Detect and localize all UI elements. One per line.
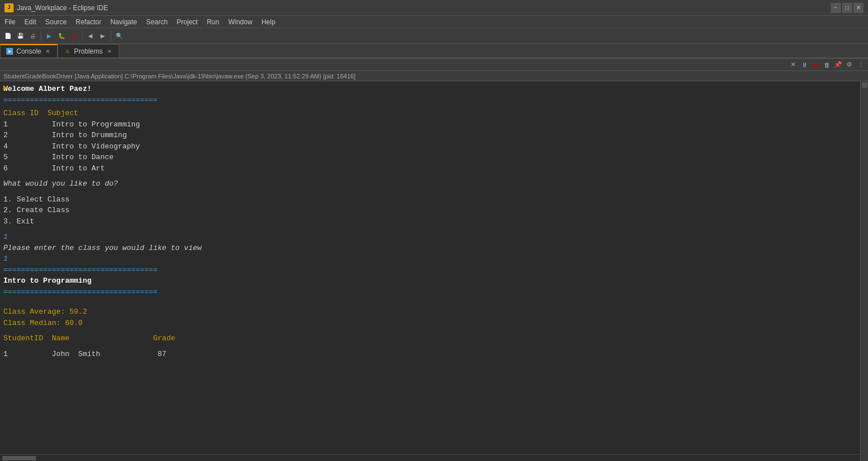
horizontal-scrollbar[interactable]	[0, 454, 860, 461]
toolbar-stop[interactable]: ■	[68, 30, 80, 42]
toolbar-run[interactable]: ▶	[43, 30, 55, 42]
maximize-button[interactable]: □	[842, 3, 852, 13]
class-row-6: 6 Intro to Art	[3, 163, 857, 174]
menu-file[interactable]: File	[0, 16, 20, 28]
option-2: 2. Create Class	[3, 205, 857, 216]
student-header: StudentID Name Grade	[3, 333, 857, 344]
class-median: Class Median: 60.0	[3, 318, 857, 329]
toolbar-separator-1	[41, 31, 41, 41]
menu-source[interactable]: Source	[41, 16, 71, 28]
console-pin-btn[interactable]: 📌	[833, 60, 843, 70]
class-row-2: 2 Intro to Drumming	[3, 130, 857, 141]
separator-1: ===================================	[3, 95, 857, 106]
console-output[interactable]: ▶ Welcome Albert Paez! =================…	[0, 81, 860, 454]
welcome-line: Welcome Albert Paez!	[3, 84, 857, 95]
user-input-2: 1	[3, 253, 857, 265]
console-terminate-btn[interactable]: ■	[810, 60, 821, 70]
h-scrollbar-thumb[interactable]	[2, 456, 36, 460]
console-clear-btn[interactable]: ✕	[788, 60, 798, 70]
problems-tab-close[interactable]: ✕	[106, 48, 113, 55]
menu-refactor[interactable]: Refactor	[71, 16, 106, 28]
console-status-text: StudentGradeBookDriver [Java Application…	[3, 73, 356, 80]
menu-run[interactable]: Run	[202, 16, 224, 28]
minimize-button[interactable]: −	[831, 3, 841, 13]
scroll-up-btn[interactable]	[862, 82, 867, 88]
window-title: Java_Workplace - Eclipse IDE	[17, 4, 108, 12]
class-row-1: 1 Intro to Programming	[3, 119, 857, 130]
toolbar-new[interactable]: 📄	[2, 30, 14, 42]
menu-navigate[interactable]: Navigate	[106, 16, 141, 28]
problems-tab-label: Problems	[74, 47, 103, 55]
cursor-pointer: ▶	[3, 84, 8, 93]
console-toolbar: ✕ ⏸ ■ 🗑 📌 ⚙ ⋮	[0, 59, 868, 71]
title-bar: J Java_Workplace - Eclipse IDE − □ ✕	[0, 0, 868, 16]
console-content-area: ▶ Welcome Albert Paez! =================…	[0, 81, 868, 461]
table-header: Class ID Subject	[3, 108, 857, 119]
title-bar-left: J Java_Workplace - Eclipse IDE	[5, 3, 108, 12]
class-row-4: 4 Intro to Videography	[3, 141, 857, 152]
toolbar-separator-3	[111, 31, 111, 41]
tab-problems[interactable]: ⚠ Problems ✕	[58, 44, 119, 58]
console-pause-btn[interactable]: ⏸	[799, 60, 809, 70]
tab-console[interactable]: ▶ Console ✕	[0, 44, 58, 58]
class-average: Class Average: 59.2	[3, 306, 857, 318]
console-remove-btn[interactable]: 🗑	[822, 60, 832, 70]
user-input-1: 1	[3, 231, 857, 243]
toolbar-debug[interactable]: 🐛	[56, 30, 67, 42]
problems-tab-icon: ⚠	[64, 48, 71, 55]
console-tab-close[interactable]: ✕	[45, 48, 51, 55]
class-title: Intro to Programming	[3, 275, 857, 287]
toolbar-back[interactable]: ◀	[85, 30, 96, 42]
toolbar-separator-2	[82, 31, 82, 41]
console-status-bar: StudentGradeBookDriver [Java Application…	[0, 71, 868, 81]
close-button[interactable]: ✕	[853, 3, 863, 13]
console-tab-label: Console	[16, 47, 41, 55]
enter-class-prompt: Please enter the class you would like to…	[3, 243, 857, 254]
student-row-1: 1 John Smith 87	[3, 349, 857, 360]
output-wrapper: ▶ Welcome Albert Paez! =================…	[0, 81, 868, 461]
toolbar-print[interactable]: 🖨	[27, 30, 38, 42]
menu-bar: File Edit Source Refactor Navigate Searc…	[0, 16, 868, 28]
tab-bar: ▶ Console ✕ ⚠ Problems ✕	[0, 44, 868, 59]
separator-2: ===================================	[3, 265, 857, 276]
console-panel: ▶ Console ✕ ⚠ Problems ✕ ✕ ⏸ ■ 🗑 📌 ⚙ ⋮ S…	[0, 44, 868, 461]
toolbar-forward[interactable]: ▶	[97, 30, 108, 42]
class-row-5: 5 Intro to Dance	[3, 152, 857, 163]
menu-help[interactable]: Help	[257, 16, 280, 28]
menu-search[interactable]: Search	[142, 16, 172, 28]
option-3: 3. Exit	[3, 216, 857, 227]
console-settings-btn[interactable]: ⚙	[844, 60, 854, 70]
option-1: 1. Select Class	[3, 194, 857, 205]
menu-edit[interactable]: Edit	[20, 16, 41, 28]
main-layout: ▶ Console ✕ ⚠ Problems ✕ ✕ ⏸ ■ 🗑 📌 ⚙ ⋮ S…	[0, 44, 868, 461]
separator-3: ===================================	[3, 287, 857, 298]
menu-project[interactable]: Project	[172, 16, 202, 28]
menu-window[interactable]: Window	[224, 16, 257, 28]
console-tab-icon: ▶	[6, 48, 13, 55]
eclipse-icon: J	[5, 3, 14, 12]
prompt-text: What would you like to do?	[3, 178, 857, 190]
output-scrollable: ▶ Welcome Albert Paez! =================…	[0, 81, 860, 461]
toolbar-search[interactable]: 🔍	[114, 30, 125, 42]
window-controls[interactable]: − □ ✕	[831, 3, 863, 13]
console-more-btn[interactable]: ⋮	[856, 60, 866, 70]
main-toolbar: 📄 💾 🖨 ▶ 🐛 ■ ◀ ▶ 🔍	[0, 28, 868, 44]
toolbar-save[interactable]: 💾	[15, 30, 26, 42]
right-panel	[860, 81, 868, 461]
